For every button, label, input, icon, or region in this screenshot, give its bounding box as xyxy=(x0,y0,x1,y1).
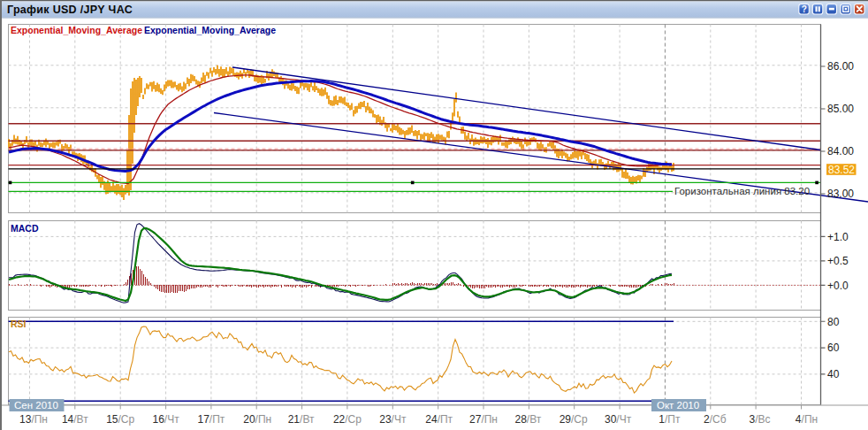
svg-text:MACD: MACD xyxy=(11,223,39,234)
svg-text:20/Пн: 20/Пн xyxy=(243,413,271,426)
svg-text:40: 40 xyxy=(827,368,840,380)
svg-text:3/Вс: 3/Вс xyxy=(750,413,771,426)
svg-text:14/Вт: 14/Вт xyxy=(62,413,88,426)
svg-text:85.00: 85.00 xyxy=(827,103,854,115)
svg-text:+1.0: +1.0 xyxy=(827,231,849,243)
svg-text:22/Ср: 22/Ср xyxy=(333,413,362,426)
svg-text:+0.0: +0.0 xyxy=(827,280,849,292)
svg-text:80: 80 xyxy=(827,316,840,328)
svg-text:16/Чт: 16/Чт xyxy=(153,413,180,426)
svg-text:86.00: 86.00 xyxy=(827,60,854,73)
svg-text:83.52: 83.52 xyxy=(828,164,855,176)
svg-text:Сен 2010: Сен 2010 xyxy=(14,400,58,411)
svg-text:84.00: 84.00 xyxy=(827,145,854,157)
svg-text:?: ? xyxy=(802,4,807,14)
svg-text:28/Вт: 28/Вт xyxy=(515,413,542,426)
svg-text:17/Пт: 17/Пт xyxy=(197,413,225,426)
svg-text:Окт 2010: Окт 2010 xyxy=(657,400,699,411)
svg-text:29/Ср: 29/Ср xyxy=(560,413,588,426)
svg-text:21/Вт: 21/Вт xyxy=(288,413,315,426)
svg-text:1/Пт: 1/Пт xyxy=(659,413,681,426)
svg-text:23/Чт: 23/Чт xyxy=(379,413,407,426)
svg-text:27/Пн: 27/Пн xyxy=(469,413,498,426)
svg-text:24/Пт: 24/Пт xyxy=(425,413,453,426)
svg-text:RSI: RSI xyxy=(11,319,27,329)
svg-text:13/Пн: 13/Пн xyxy=(19,413,48,426)
svg-text:График USD /JPY ЧАС: График USD /JPY ЧАС xyxy=(7,4,133,16)
svg-text:+0.5: +0.5 xyxy=(827,255,849,267)
svg-text:60: 60 xyxy=(827,342,840,354)
svg-text:2/Сб: 2/Сб xyxy=(704,413,727,426)
svg-text:Горизонтальная линия 83.20: Горизонтальная линия 83.20 xyxy=(674,186,810,196)
svg-text:83.00: 83.00 xyxy=(827,188,854,200)
svg-text:4/Пн: 4/Пн xyxy=(796,413,818,426)
svg-text:Exponential_Moving_Average: Exponential_Moving_Average xyxy=(144,25,276,35)
svg-text:Exponential_Moving_Average: Exponential_Moving_Average xyxy=(11,25,142,35)
svg-text:15/Ср: 15/Ср xyxy=(106,413,134,426)
svg-text:30/Чт: 30/Чт xyxy=(605,413,632,426)
